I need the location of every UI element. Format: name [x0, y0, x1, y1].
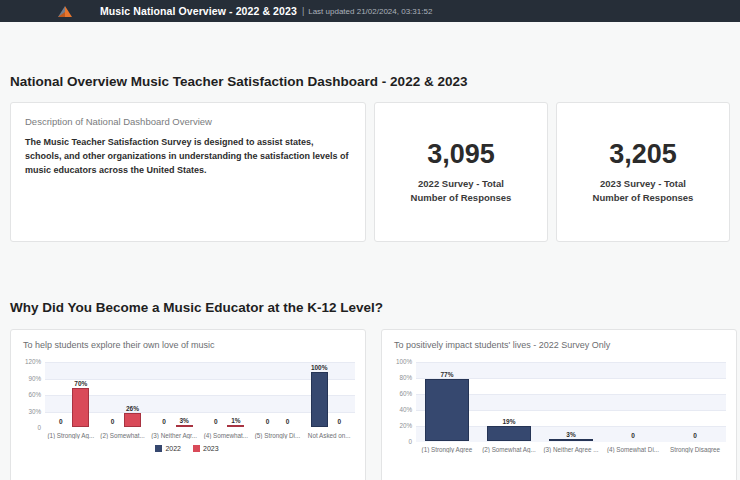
category-group: 03% — [148, 362, 200, 427]
x-axis-label: (2) Somewhat Ag... — [478, 442, 540, 453]
page-title: National Overview Music Teacher Satisfac… — [10, 74, 730, 89]
bar-2023[interactable] — [227, 425, 244, 427]
bar-slot: 0 — [279, 362, 296, 427]
bar-chart-love-of-music: 030%60%90%120%070%026%03%01%00100%0(1) S… — [19, 362, 355, 452]
charts-row: To help students explore their own love … — [10, 329, 730, 480]
bar-slot: 3% — [549, 362, 593, 441]
bar-2022[interactable] — [549, 439, 593, 441]
x-axis-label: Not Asked on... — [303, 428, 355, 439]
y-axis-tick-label: 90% — [28, 376, 41, 382]
legend-swatch-2023 — [193, 445, 200, 452]
summary-row: Description of National Dashboard Overvi… — [10, 102, 730, 242]
bar-2023[interactable] — [176, 425, 193, 427]
y-axis-tick-label: 20% — [399, 423, 412, 429]
category-group: 0 — [664, 362, 726, 441]
x-axis-label: (4) Somewhat Di... — [602, 442, 664, 453]
category-groups: 77%19%3%00 — [416, 362, 726, 441]
legend-label-2023: 2023 — [203, 445, 219, 452]
bar-slot: 19% — [487, 362, 531, 441]
category-group: 100%0 — [303, 362, 355, 427]
description-card: Description of National Dashboard Overvi… — [10, 102, 366, 242]
bar-chart-impact-lives: 020%40%60%80%100%77%19%3%00(1) Strongly … — [390, 362, 726, 453]
bar-value-label: 0 — [214, 419, 218, 426]
bar-slot: 70% — [72, 362, 89, 427]
bar-value-label: 3% — [179, 418, 188, 425]
bar-slot: 1% — [227, 362, 244, 427]
chart-title: To positively impact students' lives - 2… — [394, 340, 726, 350]
y-axis-tick-label: 100% — [396, 359, 412, 365]
bar-2022[interactable] — [487, 426, 531, 441]
kpi-card-2023: 3,205 2023 Survey - Total Number of Resp… — [556, 102, 730, 242]
bar-slot: 0 — [156, 362, 173, 427]
y-axis-tick-label: 120% — [25, 359, 41, 365]
x-axis-label: Strongly Disagree — [664, 442, 726, 453]
category-groups: 070%026%03%01%00100%0 — [45, 362, 355, 427]
dashboard-header-title: Music National Overview - 2022 & 2023 — [100, 5, 297, 17]
bar-value-label: 100% — [311, 365, 328, 372]
chart-card-impact-lives: To positively impact students' lives - 2… — [381, 329, 737, 480]
bar-value-label: 0 — [337, 419, 341, 426]
bar-value-label: 0 — [59, 419, 63, 426]
bar-value-label: 3% — [566, 432, 575, 439]
bar-2022[interactable] — [425, 379, 469, 441]
y-axis-tick-label: 40% — [399, 407, 412, 413]
bar-value-label: 0 — [162, 419, 166, 426]
category-group: 01% — [200, 362, 252, 427]
y-axis-tick-label: 0 — [408, 439, 412, 445]
x-axis-label: (4) Somewhat... — [200, 428, 252, 439]
y-axis: 030%60%90%120% — [19, 362, 45, 428]
description-card-body: The Music Teacher Satisfaction Survey is… — [25, 136, 351, 178]
bar-2022[interactable] — [311, 372, 328, 427]
bar-value-label: 77% — [440, 372, 453, 379]
x-axis-label: (3) Neither Agree ... — [540, 442, 602, 453]
category-group: 070% — [45, 362, 97, 427]
category-group: 19% — [478, 362, 540, 441]
kpi-label-2023: 2023 Survey - Total Number of Responses — [557, 177, 729, 205]
bar-value-label: 0 — [286, 419, 290, 426]
bar-value-label: 0 — [631, 433, 635, 440]
kpi-value-2022: 3,095 — [427, 139, 495, 170]
bar-slot: 0 — [207, 362, 224, 427]
x-axis-label: (5) Strongly Di... — [252, 428, 304, 439]
category-group: 026% — [97, 362, 149, 427]
chart-body: 030%60%90%120%070%026%03%01%00100%0 — [19, 362, 355, 428]
y-axis-tick-label: 0 — [37, 425, 41, 431]
bar-2023[interactable] — [72, 388, 89, 427]
chart-legend: 20222023 — [19, 445, 355, 452]
y-axis-tick-label: 60% — [399, 391, 412, 397]
last-updated-text: Last updated 21/02/2024, 03:31:52 — [308, 7, 432, 16]
legend-item-2022[interactable]: 2022 — [155, 445, 181, 452]
dashboard-content: National Overview Music Teacher Satisfac… — [0, 74, 740, 480]
bar-value-label: 26% — [126, 406, 139, 413]
category-group: 00 — [252, 362, 304, 427]
x-axis-labels: (1) Strongly Agree(2) Somewhat Ag...(3) … — [416, 442, 726, 453]
bar-2023[interactable] — [124, 413, 141, 427]
bar-slot: 0 — [259, 362, 276, 427]
legend-label-2022: 2022 — [165, 445, 181, 452]
section-heading: Why Did You Become a Music Educator at t… — [10, 300, 730, 315]
legend-item-2023[interactable]: 2023 — [193, 445, 219, 452]
kpi-value-2023: 3,205 — [609, 139, 677, 170]
x-axis-label: (2) Somewhat... — [97, 428, 149, 439]
bar-slot: 3% — [176, 362, 193, 427]
bar-value-label: 0 — [693, 433, 697, 440]
chart-card-love-of-music: To help students explore their own love … — [10, 329, 366, 480]
app-logo-icon — [55, 3, 74, 19]
bar-slot: 0 — [52, 362, 69, 427]
category-group: 0 — [602, 362, 664, 441]
bar-slot: 26% — [124, 362, 141, 427]
chart-title: To help students explore their own love … — [23, 340, 355, 350]
app-header: Music National Overview - 2022 & 2023 | … — [0, 0, 740, 22]
bar-value-label: 0 — [111, 419, 115, 426]
bar-slot: 0 — [104, 362, 121, 427]
plot-area: 070%026%03%01%00100%0 — [45, 362, 355, 428]
bar-slot: 0 — [331, 362, 348, 427]
category-group: 77% — [416, 362, 478, 441]
bar-slot: 0 — [611, 362, 655, 441]
bar-slot: 77% — [425, 362, 469, 441]
x-axis-label: (3) Neither Agr... — [148, 428, 200, 439]
chart-body: 020%40%60%80%100%77%19%3%00 — [390, 362, 726, 442]
kpi-label-2022: 2022 Survey - Total Number of Responses — [375, 177, 547, 205]
bar-value-label: 1% — [231, 418, 240, 425]
x-axis-label: (1) Strongly Agree — [416, 442, 478, 453]
